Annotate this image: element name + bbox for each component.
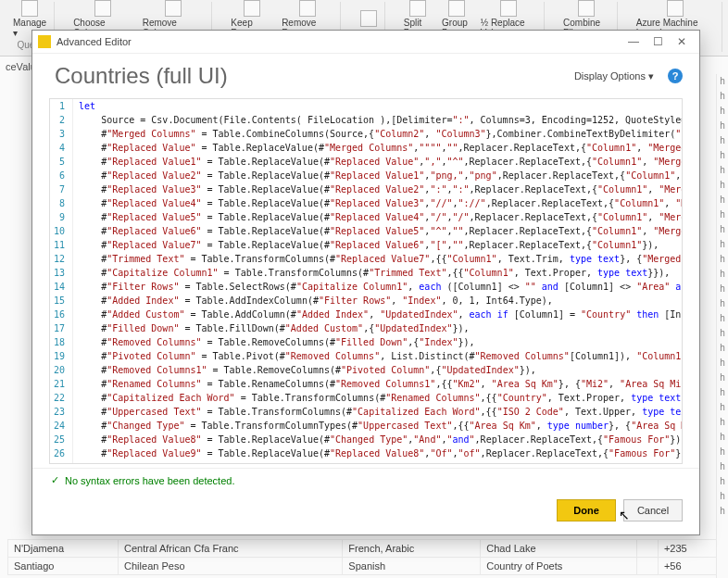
line-number: 11 [50,238,73,252]
dialog-footer: Done Cancel [32,492,699,534]
line-number: 16 [50,308,73,321]
maximize-button[interactable]: ☐ [646,32,670,51]
line-number: 27 [50,460,73,464]
code-line[interactable]: #"Removed Columns1" = Table.RemoveColumn… [73,363,683,377]
code-line[interactable]: #"Replaced Value10" = Table.ReplaceValue… [73,460,683,464]
code-line[interactable]: #"Trimmed Text" = Table.TransformColumns… [73,252,683,266]
code-line[interactable]: #"Added Index" = Table.AddIndexColumn(#"… [73,294,683,308]
code-line[interactable]: #"Merged Columns" = Table.CombineColumns… [73,127,683,141]
line-number: 15 [50,294,73,308]
line-number: 19 [50,349,73,363]
code-line[interactable]: #"Pivoted Column" = Table.Pivot(#"Remove… [73,349,683,363]
code-line[interactable]: #"Changed Type" = Table.TransformColumnT… [73,419,683,433]
status-text: No syntax errors have been detected. [65,475,234,486]
dialog-header: Countries (full UI) Display Options ▾ ? [32,54,699,94]
code-line[interactable]: #"Added Custom" = Table.AddColumn(#"Adde… [73,308,683,321]
line-number: 25 [50,433,73,446]
line-number: 26 [50,446,73,460]
line-number: 8 [50,196,73,210]
code-line[interactable]: #"Uppercased Text" = Table.TransformColu… [73,405,683,419]
code-line[interactable]: #"Replaced Value9" = Table.ReplaceValue(… [73,446,683,460]
code-line[interactable]: #"Capitalized Each Word" = Table.Transfo… [73,391,683,405]
code-line[interactable]: #"Replaced Value6" = Table.ReplaceValue(… [73,224,683,238]
code-editor[interactable]: 1let2 Source = Csv.Document(File.Content… [49,98,683,464]
line-number: 23 [50,405,73,419]
code-line[interactable]: #"Replaced Value1" = Table.ReplaceValue(… [73,155,683,169]
code-line[interactable]: #"Removed Columns" = Table.RemoveColumns… [73,335,683,349]
line-number: 18 [50,335,73,349]
code-line[interactable]: Source = Csv.Document(File.Contents( Fil… [73,113,683,127]
line-number: 7 [50,182,73,196]
code-line[interactable]: #"Replaced Value" = Table.ReplaceValue(#… [73,141,683,155]
line-number: 24 [50,419,73,433]
line-number: 22 [50,391,73,405]
advanced-editor-dialog: Advanced Editor — ☐ ✕ Countries (full UI… [31,30,700,535]
code-line[interactable]: #"Filled Down" = Table.FillDown(#"Added … [73,321,683,335]
app-logo-icon [38,35,51,48]
code-line[interactable]: #"Replaced Value7" = Table.ReplaceValue(… [73,238,683,252]
line-number: 5 [50,155,73,169]
line-number: 14 [50,280,73,294]
help-icon[interactable]: ? [668,69,683,83]
line-number: 1 [50,99,73,113]
code-line[interactable]: #"Replaced Value3" = Table.ReplaceValue(… [73,182,683,196]
titlebar-text: Advanced Editor [56,36,132,47]
done-button[interactable]: Done [557,499,616,521]
line-number: 2 [50,113,73,127]
line-number: 17 [50,321,73,335]
line-number: 10 [50,224,73,238]
line-number: 6 [50,169,73,182]
code-line[interactable]: #"Replaced Value5" = Table.ReplaceValue(… [73,210,683,224]
code-line[interactable]: let [73,99,683,113]
code-line[interactable]: #"Replaced Value2" = Table.ReplaceValue(… [73,169,683,182]
line-number: 21 [50,377,73,391]
line-number: 9 [50,210,73,224]
minimize-button[interactable]: — [621,32,646,51]
code-line[interactable]: #"Filter Rows" = Table.SelectRows(#"Capi… [73,280,683,294]
line-number: 12 [50,252,73,266]
line-number: 20 [50,363,73,377]
line-number: 13 [50,266,73,280]
cancel-button[interactable]: Cancel [623,499,683,521]
titlebar: Advanced Editor — ☐ ✕ [32,31,699,54]
code-line[interactable]: #"Capitalize Column1" = Table.TransformC… [73,266,683,280]
code-line[interactable]: #"Replaced Value4" = Table.ReplaceValue(… [73,196,683,210]
line-number: 4 [50,141,73,155]
line-number: 3 [50,127,73,141]
close-button[interactable]: ✕ [670,32,694,51]
display-options-dropdown[interactable]: Display Options ▾ [568,68,660,85]
syntax-status: ✓ No syntax errors have been detected. [32,468,699,492]
check-icon: ✓ [51,474,59,486]
code-line[interactable]: #"Replaced Value8" = Table.ReplaceValue(… [73,433,683,446]
code-line[interactable]: #"Renamed Columns" = Table.RenameColumns… [73,377,683,391]
query-title: Countries (full UI) [55,63,228,89]
